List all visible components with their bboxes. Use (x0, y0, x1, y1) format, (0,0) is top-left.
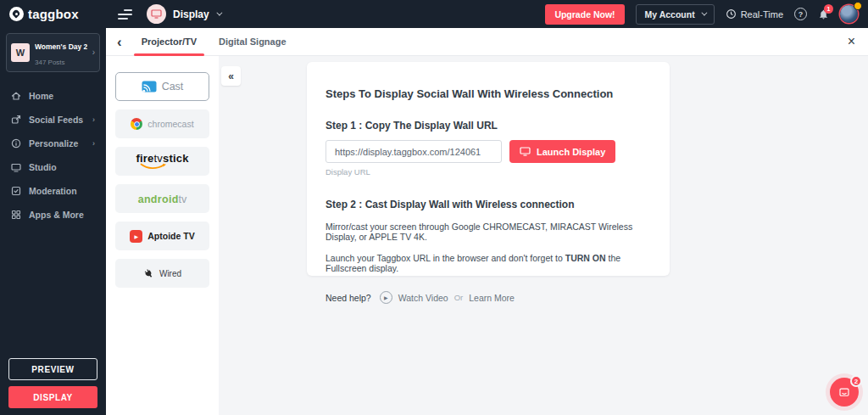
preview-button[interactable]: PREVIEW (8, 358, 97, 380)
play-icon[interactable] (380, 291, 392, 304)
wall-type-dropdown[interactable]: Display (147, 4, 220, 24)
sidebar-item-moderation[interactable]: Moderation (0, 179, 106, 203)
social-feeds-icon (11, 115, 21, 125)
wall-type-label: Display (173, 8, 209, 20)
tab-digital-signage[interactable]: Digital Signage (208, 28, 297, 55)
step2-line2: Launch your Taggbox URL in the browser a… (326, 253, 651, 273)
sidebar-item-personalize[interactable]: Personalize (0, 132, 106, 155)
device-card-chromecast[interactable]: chromecast (115, 109, 209, 138)
sidebar: W Women's Day 2023 347 Posts Home Social… (0, 28, 106, 415)
sidebar-nav: Home Social Feeds Personalize Studio Mod… (0, 84, 106, 227)
learn-more-link[interactable]: Learn More (469, 293, 515, 303)
close-icon[interactable] (848, 35, 855, 48)
workspace-avatar: W (11, 43, 30, 62)
chat-unread-badge: 2 (850, 375, 862, 387)
moderation-icon (11, 186, 21, 196)
collapse-panel-icon[interactable] (221, 66, 241, 86)
step1-title: Step 1 : Copy The Display Wall URL (326, 120, 651, 132)
clock-icon (726, 8, 737, 20)
device-label: Aptoide TV (147, 231, 194, 241)
my-account-label: My Account (645, 9, 695, 20)
sidebar-item-apps-more[interactable]: Apps & More (0, 203, 106, 227)
device-card-wired[interactable]: Wired (115, 259, 209, 288)
menu-icon[interactable] (118, 9, 132, 20)
androidtv-wordmark: androidtv (138, 191, 187, 206)
watch-video-link[interactable]: Watch Video (398, 293, 448, 303)
sidebar-item-label: Apps & More (29, 210, 84, 220)
chevron-right-icon (92, 48, 95, 57)
steps-card: Steps To Display Social Wall With Wirele… (307, 62, 670, 276)
taggbox-logo-text: taggbox (28, 7, 79, 21)
sidebar-item-home[interactable]: Home (0, 84, 106, 108)
taggbox-logo-icon (9, 7, 24, 21)
realtime-toggle[interactable]: Real-Time (726, 8, 783, 20)
notification-badge: 1 (824, 4, 833, 14)
personalize-icon (11, 138, 21, 149)
workspace-name: Women's Day 2023 (35, 42, 87, 51)
chevron-down-icon (216, 10, 222, 16)
display-url-label: Display URL (326, 167, 651, 177)
chevron-right-icon (92, 116, 95, 124)
sidebar-item-label: Studio (29, 162, 57, 172)
cast-icon (142, 81, 157, 93)
chromecast-icon (131, 118, 142, 130)
upgrade-button[interactable]: Upgrade Now! (545, 4, 624, 25)
sidebar-actions: PREVIEW DISPLAY (0, 358, 106, 415)
sidebar-item-studio[interactable]: Studio (0, 155, 106, 179)
device-label: chromecast (147, 119, 193, 129)
display-url-input[interactable] (326, 140, 502, 163)
url-row: Launch Display (326, 140, 651, 163)
my-account-dropdown[interactable]: My Account (636, 4, 715, 25)
apps-more-icon (11, 210, 21, 220)
sidebar-item-label: Personalize (29, 138, 78, 149)
display-button[interactable]: DISPLAY (8, 386, 97, 408)
launch-display-button[interactable]: Launch Display (509, 140, 615, 163)
page-title: Steps To Display Social Wall With Wirele… (326, 87, 651, 100)
or-label: Or (454, 293, 464, 302)
tab-projector-tv[interactable]: Projector/TV (131, 28, 208, 55)
device-label: Wired (159, 269, 181, 278)
studio-icon (11, 162, 21, 172)
help-icon[interactable] (794, 8, 807, 20)
amazon-smile-icon (140, 163, 167, 170)
monitor-icon (520, 147, 531, 156)
header-actions: Upgrade Now! My Account Real-Time 1 (545, 4, 868, 25)
device-card-fire-tv-stick[interactable]: firetvstick (115, 147, 209, 176)
app-header: taggbox Display Upgrade Now! My Account … (0, 0, 868, 28)
sidebar-item-social-feeds[interactable]: Social Feeds (0, 108, 106, 132)
device-card-cast[interactable]: Cast (115, 72, 209, 101)
workspace-selector[interactable]: W Women's Day 2023 347 Posts (6, 33, 100, 72)
sidebar-item-label: Home (29, 91, 53, 101)
workspace-meta: Women's Day 2023 347 Posts (35, 37, 87, 68)
home-icon (11, 91, 21, 101)
chat-icon (837, 386, 851, 399)
chat-launcher-button[interactable]: 2 (830, 378, 859, 407)
sidebar-item-label: Moderation (29, 186, 77, 196)
main-content: Steps To Display Social Wall With Wirele… (219, 56, 868, 415)
sidebar-item-label: Social Feeds (29, 115, 83, 125)
chevron-right-icon (92, 140, 95, 148)
aptoide-play-icon (130, 230, 142, 243)
device-card-android-tv[interactable]: androidtv (115, 184, 209, 213)
display-monitor-icon (147, 4, 166, 24)
workspace-posts-count: 347 Posts (35, 59, 65, 66)
plug-icon (141, 266, 156, 281)
device-panel: Cast chromecast firetvstick androidtv Ap… (106, 56, 219, 415)
plan-crown-badge (854, 2, 862, 10)
back-chevron-icon[interactable] (117, 35, 122, 49)
realtime-label: Real-Time (741, 9, 783, 20)
notifications-button[interactable]: 1 (818, 8, 829, 20)
tab-bar: Projector/TV Digital Signage (106, 28, 868, 56)
device-card-aptoide-tv[interactable]: Aptoide TV (115, 222, 209, 250)
user-avatar[interactable] (840, 5, 858, 23)
firetv-logo: firetvstick (136, 153, 188, 170)
step2-line1: Mirror/cast your screen through Google C… (326, 222, 651, 242)
help-row: Need help? Watch Video Or Learn More (326, 291, 651, 304)
chevron-down-icon (701, 10, 707, 16)
step2-title: Step 2 : Cast Display Wall with Wireless… (326, 199, 651, 210)
launch-display-label: Launch Display (537, 147, 605, 157)
need-help-label: Need help? (326, 293, 371, 303)
device-label: Cast (162, 81, 184, 93)
taggbox-logo: taggbox (0, 7, 106, 21)
